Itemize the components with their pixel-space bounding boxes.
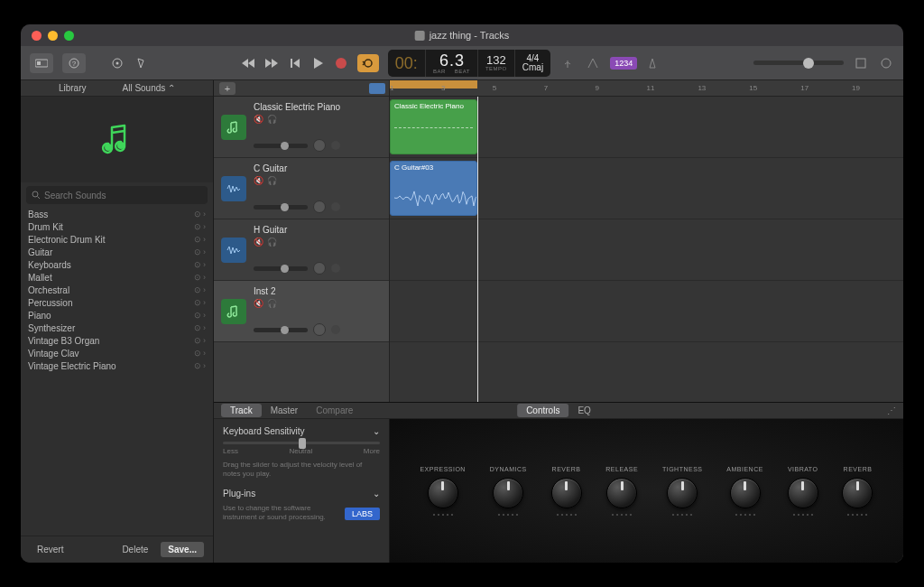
delete-button[interactable]: Delete <box>115 542 155 557</box>
knob-release[interactable] <box>606 478 637 508</box>
region[interactable]: C Guitar#03 <box>390 161 477 216</box>
headphone-icon[interactable]: 🎧 <box>267 176 277 185</box>
solo-button[interactable] <box>331 141 340 150</box>
arpeggiator-icon[interactable]: ⋰ <box>887 405 896 415</box>
count-in-badge[interactable]: 1234 <box>610 57 637 70</box>
knob-ambience[interactable] <box>730 478 761 508</box>
knob-vibrato[interactable] <box>788 478 818 508</box>
volume-slider[interactable] <box>254 266 308 271</box>
library-item[interactable]: Keyboards⊙› <box>21 258 213 271</box>
cycle-button[interactable] <box>357 54 379 72</box>
plugin-slot[interactable]: LABS <box>345 508 380 520</box>
master-volume-slider[interactable] <box>753 61 844 65</box>
knob-reverb[interactable] <box>842 478 873 508</box>
save-button[interactable]: Save... <box>161 542 204 557</box>
automation-toggle[interactable] <box>369 83 385 94</box>
pan-knob[interactable] <box>313 139 326 152</box>
library-item[interactable]: Vintage Electric Piano⊙› <box>21 359 213 372</box>
solo-button[interactable] <box>331 264 340 273</box>
knob-unit: TIGHTNESS <box>662 466 703 516</box>
track-header[interactable]: H Guitar 🔇 🎧 <box>214 219 389 281</box>
zoom-window[interactable] <box>64 31 74 41</box>
library-footer: Revert Delete Save... <box>21 536 213 563</box>
loops-toggle[interactable] <box>878 53 894 73</box>
editors-toggle[interactable] <box>134 53 147 73</box>
knob-tightness[interactable] <box>667 478 698 508</box>
timeline-ruler[interactable]: 135791113151719 <box>390 80 903 96</box>
track-header[interactable]: Classic Electric Piano 🔇 🎧 <box>214 97 389 158</box>
library-item[interactable]: Bass⊙› <box>21 208 213 220</box>
volume-slider[interactable] <box>254 144 308 148</box>
tuner-button[interactable] <box>559 53 576 73</box>
track-lane[interactable]: C Guitar#03 <box>390 158 903 219</box>
metronome-icon[interactable] <box>646 57 659 70</box>
library-toggle[interactable] <box>30 53 53 73</box>
library-item[interactable]: Drum Kit⊙› <box>21 220 213 233</box>
track-type-icon <box>221 115 246 140</box>
knob-dynamics[interactable] <box>493 478 523 508</box>
track-lane[interactable] <box>390 281 903 342</box>
disclosure-icon[interactable]: ⌄ <box>373 489 380 498</box>
region[interactable]: Classic Electric Piano <box>390 99 477 154</box>
knob-expression[interactable] <box>428 478 458 508</box>
tab-track[interactable]: Track <box>221 404 262 417</box>
library-item[interactable]: Guitar⊙› <box>21 246 213 258</box>
count-in-button[interactable] <box>585 53 601 73</box>
knob-scale <box>735 514 755 516</box>
pan-knob[interactable] <box>313 262 326 275</box>
track-lane[interactable] <box>390 219 903 281</box>
revert-button[interactable]: Revert <box>30 542 70 557</box>
tab-eq[interactable]: EQ <box>568 404 599 417</box>
quick-help-toggle[interactable]: ? <box>62 53 86 73</box>
volume-slider[interactable] <box>254 328 308 332</box>
add-track-button[interactable]: + <box>219 82 236 95</box>
library-tab[interactable]: Library <box>59 83 87 93</box>
library-item[interactable]: Electronic Drum Kit⊙› <box>21 233 213 246</box>
headphone-icon[interactable]: 🎧 <box>267 238 277 247</box>
track-header[interactable]: Inst 2 🔇 🎧 <box>214 281 389 342</box>
solo-button[interactable] <box>331 202 340 211</box>
all-sounds-dropdown[interactable]: All Sounds ⌃ <box>122 83 175 93</box>
rewind-button[interactable] <box>242 57 254 70</box>
library-item[interactable]: Piano⊙› <box>21 309 213 321</box>
mute-icon[interactable]: 🔇 <box>254 238 263 247</box>
pan-knob[interactable] <box>313 200 326 213</box>
library-item[interactable]: Synthesizer⊙› <box>21 321 213 334</box>
play-button[interactable] <box>312 57 325 70</box>
close-window[interactable] <box>32 31 42 41</box>
lcd-display[interactable]: 00: 6.3 BARBEAT 132 TEMPO 4/4 Cmaj <box>388 50 550 77</box>
track-lane[interactable]: Classic Electric Piano <box>390 97 903 158</box>
library-search[interactable]: Search Sounds <box>26 186 208 204</box>
mute-icon[interactable]: 🔇 <box>254 176 263 185</box>
forward-button[interactable] <box>265 57 278 70</box>
tab-master[interactable]: Master <box>262 404 308 417</box>
playhead[interactable] <box>477 97 478 402</box>
sensitivity-slider[interactable] <box>223 442 380 444</box>
track-lanes[interactable]: Classic Electric PianoC Guitar#03 <box>390 97 903 402</box>
headphone-icon[interactable]: 🎧 <box>267 299 277 308</box>
library-item[interactable]: Vintage B3 Organ⊙› <box>21 334 213 347</box>
go-to-start-button[interactable] <box>289 57 301 70</box>
volume-slider[interactable] <box>254 205 308 210</box>
app-window: jazz thing - Tracks ? 00: <box>21 24 903 563</box>
smart-controls-toggle[interactable] <box>109 53 125 73</box>
cycle-region[interactable] <box>390 80 477 89</box>
disclosure-icon[interactable]: ⌄ <box>373 426 380 436</box>
headphone-icon[interactable]: 🎧 <box>267 115 277 124</box>
minimize-window[interactable] <box>48 31 58 41</box>
label-less: Less <box>223 447 238 455</box>
tab-compare[interactable]: Compare <box>307 404 362 417</box>
pan-knob[interactable] <box>313 323 326 336</box>
library-item[interactable]: Orchestral⊙› <box>21 284 213 296</box>
library-item[interactable]: Percussion⊙› <box>21 296 213 309</box>
mute-icon[interactable]: 🔇 <box>254 115 263 124</box>
tab-controls[interactable]: Controls <box>517 404 568 417</box>
library-item[interactable]: Mallet⊙› <box>21 271 213 284</box>
notepad-toggle[interactable] <box>853 53 869 73</box>
solo-button[interactable] <box>331 325 340 334</box>
track-header[interactable]: C Guitar 🔇 🎧 <box>214 158 389 219</box>
knob-reverb[interactable] <box>551 478 582 508</box>
record-button[interactable] <box>336 58 346 69</box>
mute-icon[interactable]: 🔇 <box>254 299 263 308</box>
library-item[interactable]: Vintage Clav⊙› <box>21 347 213 359</box>
